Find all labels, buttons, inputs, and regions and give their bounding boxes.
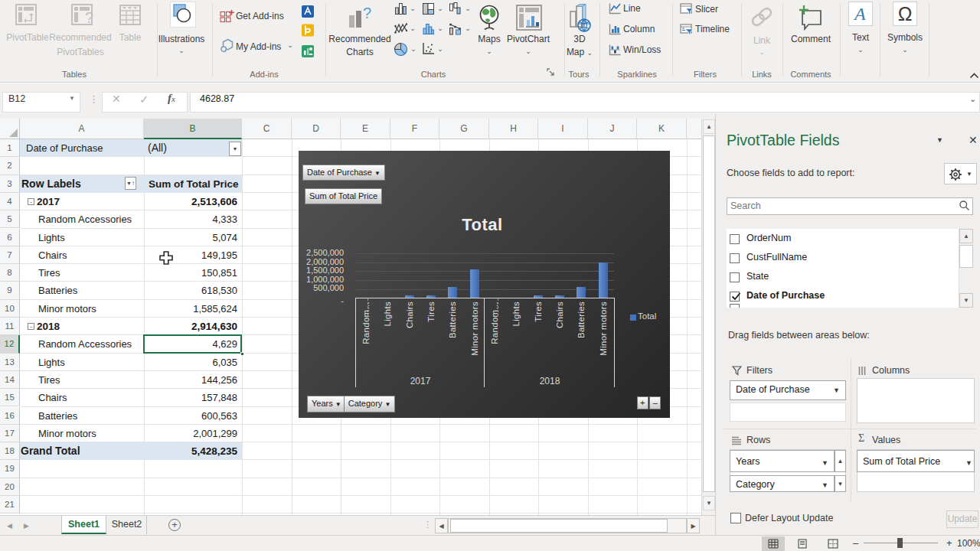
svg-text:A: A [853, 4, 866, 24]
svg-text:?: ? [85, 9, 93, 26]
svg-text:?: ? [363, 5, 371, 21]
